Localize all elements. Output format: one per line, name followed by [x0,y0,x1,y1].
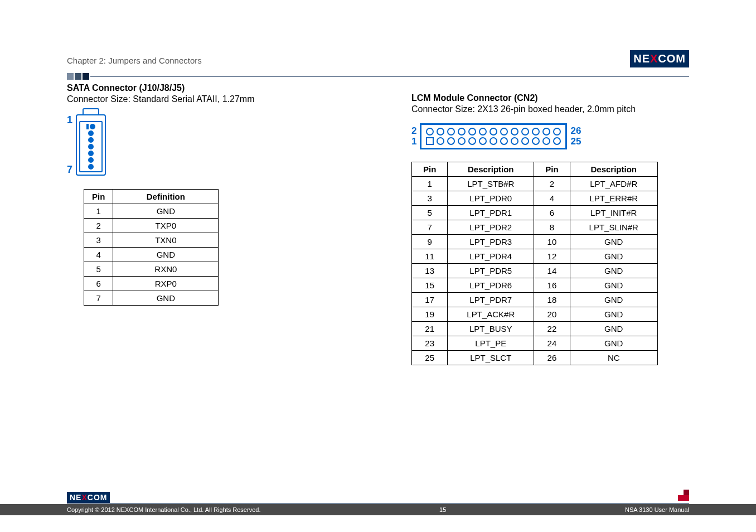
lcm-subtitle: Connector Size: 2X13 26-pin boxed header… [411,104,689,114]
table-row: 9LPT_PDR310GND [412,235,658,249]
lcm-pin-1-label: 1 [411,137,416,147]
table-row: 7LPT_PDR28LPT_SLIN#R [412,220,658,235]
table-row: 2TXP0 [84,219,219,233]
chapter-title: Chapter 2: Jumpers and Connectors [67,56,689,65]
lcm-pinout-table: Pin Description Pin Description 1LPT_STB… [411,162,658,365]
lcm-th-desc2: Description [570,162,657,177]
table-row: 21LPT_BUSY22GND [412,322,658,336]
table-row: 6RXP0 [84,277,219,291]
table-row: 5RXN0 [84,262,219,277]
sata-pin-7-label: 7 [67,164,72,176]
lcm-th-desc1: Description [448,162,534,177]
sata-pin-1-label: 1 [67,114,72,126]
table-row: 13LPT_PDR514GND [412,264,658,278]
table-row: 3TXN0 [84,233,219,248]
lcm-pin-25-label: 25 [570,137,581,147]
lcm-th-pin2: Pin [534,162,570,177]
table-row: 23LPT_PE24GND [412,336,658,351]
table-row: 3LPT_PDR04LPT_ERR#R [412,191,658,206]
sata-th-pin: Pin [84,190,113,204]
table-row: 25LPT_SLCT26NC [412,351,658,365]
lcm-th-pin1: Pin [412,162,448,177]
lcm-title: LCM Module Connector (CN2) [411,93,689,103]
footer-brand-logo: NEXCOM [67,492,110,503]
brand-com: COM [658,52,686,65]
table-row: 1GND [84,204,219,219]
footer-doc-title: NSA 3130 User Manual [625,506,689,513]
table-row: 11LPT_PDR412GND [412,249,658,264]
lcm-connector-diagram: 2 1 26 25 [411,123,689,149]
footer-copyright: Copyright © 2012 NEXCOM International Co… [67,506,260,513]
table-row: 17LPT_PDR718GND [412,293,658,307]
table-row: 19LPT_ACK#R20GND [412,307,658,322]
sata-title: SATA Connector (J10/J8/J5) [67,83,345,93]
table-row: 1LPT_STB#R2LPT_AFD#R [412,177,658,191]
brand-x: X [650,52,658,65]
footer-page-number: 15 [260,506,625,513]
table-row: 5LPT_PDR16LPT_INIT#R [412,206,658,220]
brand-ne: NE [633,52,650,65]
lcm-pin-2-label: 2 [411,126,416,137]
table-row: 15LPT_PDR616GND [412,278,658,293]
sata-connector-diagram: 1 7 [67,114,345,176]
table-row: 7GND [84,291,219,306]
page-footer: NEXCOM Copyright © 2012 NEXCOM Internati… [0,492,756,515]
lcm-pin-26-label: 26 [570,126,581,137]
brand-logo: NEXCOM [630,50,689,67]
sata-pinout-table: Pin Definition 1GND2TXP03TXN04GND5RXN06R… [84,189,219,306]
divider-top [67,73,689,80]
table-row: 4GND [84,248,219,262]
sata-th-def: Definition [113,190,219,204]
sata-subtitle: Connector Size: Standard Serial ATAII, 1… [67,94,345,104]
